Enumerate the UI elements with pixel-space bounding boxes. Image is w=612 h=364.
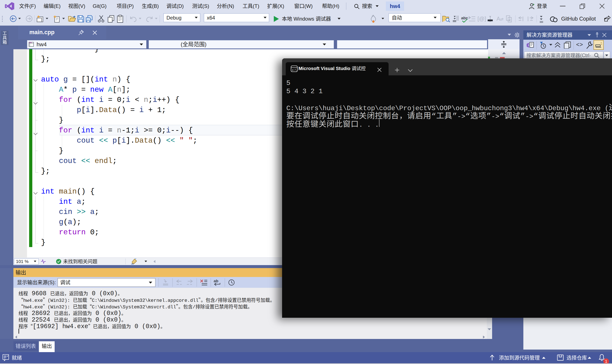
- svg-text:c:\: c:\: [292, 68, 296, 71]
